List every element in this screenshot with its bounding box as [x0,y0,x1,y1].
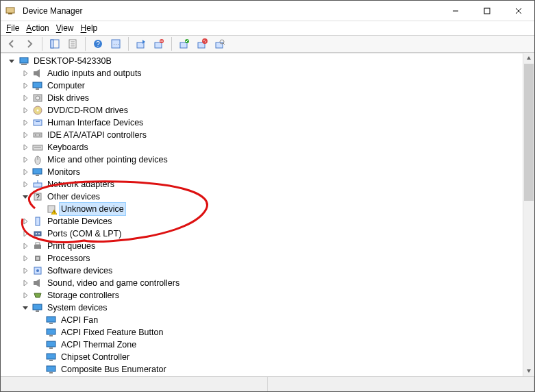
expand-toggle-icon[interactable] [20,105,31,116]
tree-item-label: Computer [46,79,86,92]
expand-toggle-icon[interactable] [20,290,31,301]
expand-toggle-icon[interactable] [20,80,31,91]
svg-marker-56 [24,169,27,175]
show-hide-tree-button[interactable] [47,36,63,51]
tree-category[interactable]: Disk drives [1,92,534,104]
scroll-thumb[interactable] [524,64,534,201]
svg-marker-40 [24,108,27,113]
device-tree-panel[interactable]: DESKTOP-542330BAudio inputs and outputsC… [1,53,534,376]
maximize-button[interactable] [471,1,503,21]
uninstall-button[interactable] [151,36,167,51]
tree-category[interactable]: Keyboards [1,141,534,154]
enable-button[interactable] [176,36,192,51]
back-button[interactable] [3,36,20,51]
menu-file[interactable]: File [6,23,19,33]
tree-category[interactable]: Network adapters [1,178,534,191]
svg-rect-89 [33,304,42,310]
expand-toggle-icon[interactable] [20,68,31,79]
tree-category[interactable]: DVD/CD-ROM drives [1,104,534,117]
tree-root[interactable]: DESKTOP-542330B [1,55,534,67]
menu-view[interactable]: View [56,23,74,33]
tree-category[interactable]: Audio inputs and outputs [1,67,534,79]
svg-rect-99 [47,366,55,371]
expand-toggle-icon[interactable] [34,315,45,326]
tree-device[interactable]: ACPI Fixed Feature Button [1,326,534,339]
scroll-up-button[interactable] [523,53,534,64]
tree-device[interactable]: !Unknown device [1,203,534,215]
tree-item-label: Keyboards [46,141,90,154]
svg-rect-84 [34,281,36,285]
tree-category[interactable]: IDE ATA/ATAPI controllers [1,129,534,141]
tree-device[interactable]: Chipset Controller [1,351,534,363]
tree-category[interactable]: Sound, video and game controllers [1,277,534,289]
menu-action[interactable]: Action [26,23,49,33]
tree-category[interactable]: Print queues [1,240,534,252]
tree-category[interactable]: Ports (COM & LPT) [1,228,534,240]
svg-line-27 [223,43,225,45]
expand-toggle-icon[interactable] [20,241,31,252]
svg-rect-75 [34,245,41,249]
tree-category[interactable]: ?Other devices [1,191,534,203]
expand-toggle-icon[interactable] [34,339,45,350]
tree-device[interactable]: ACPI Fan [1,314,534,326]
action-button[interactable]: ⋯ [108,36,124,51]
expand-toggle-icon[interactable] [20,228,31,239]
tree-category[interactable]: Human Interface Devices [1,117,534,129]
help-button[interactable]: ? [90,36,106,51]
svg-rect-44 [34,120,42,125]
monitor-icon [46,327,57,338]
expand-toggle-icon[interactable] [20,278,31,289]
tree-device[interactable]: Composite Bus Enumerator [1,363,534,376]
svg-rect-32 [34,71,36,75]
tree-item-label: Software devices [46,265,114,277]
toolbar-separator [171,37,172,51]
tree-category[interactable]: Mice and other pointing devices [1,154,534,166]
disk-icon [32,93,43,103]
expand-toggle-icon[interactable] [6,56,17,66]
vertical-scrollbar[interactable] [523,53,534,376]
scroll-down-button[interactable] [523,365,534,376]
tree-category[interactable]: System devices [1,302,534,314]
update-driver-button[interactable] [133,36,149,51]
expand-toggle-icon[interactable] [20,216,31,227]
tree-device[interactable]: ACPI Thermal Zone [1,339,534,351]
expand-toggle-icon[interactable] [20,191,31,202]
svg-rect-100 [49,372,53,373]
expand-toggle-icon[interactable] [20,142,31,153]
app-icon [5,5,16,16]
svg-rect-60 [34,183,42,187]
menu-help[interactable]: Help [81,23,98,33]
tree-category[interactable]: Monitors [1,166,534,178]
expand-toggle-icon[interactable] [20,179,31,190]
expand-toggle-icon[interactable] [20,302,31,313]
tree-category[interactable]: Processors [1,252,534,265]
expand-toggle-icon[interactable] [20,265,31,276]
scan-hardware-button[interactable] [212,36,228,51]
svg-rect-58 [36,175,39,176]
tree-category[interactable]: Software devices [1,265,534,277]
tree-category[interactable]: Portable Devices [1,215,534,228]
svg-rect-96 [49,347,53,349]
monitor-icon [46,352,57,363]
expand-toggle-icon[interactable] [20,130,31,140]
expand-toggle-icon[interactable] [20,93,31,103]
svg-marker-80 [24,268,27,273]
expand-toggle-icon[interactable] [20,253,31,264]
disable-button[interactable] [194,36,210,51]
svg-marker-46 [24,132,27,138]
warn-icon: ! [46,204,57,215]
expand-toggle-icon[interactable] [34,327,45,338]
minimize-button[interactable] [440,1,471,21]
expand-toggle-icon[interactable] [20,154,31,165]
properties-button[interactable] [64,36,81,51]
forward-button[interactable] [21,36,38,51]
expand-toggle-icon[interactable] [34,364,45,375]
expand-toggle-icon[interactable] [34,352,45,363]
expand-toggle-icon[interactable] [20,167,31,177]
tree-category[interactable]: Storage controllers [1,289,534,302]
expand-toggle-icon[interactable] [20,117,31,128]
monitor-icon [46,339,57,350]
close-button[interactable] [503,1,534,21]
tree-category[interactable]: Computer [1,79,534,92]
expand-toggle-icon[interactable] [34,204,45,215]
